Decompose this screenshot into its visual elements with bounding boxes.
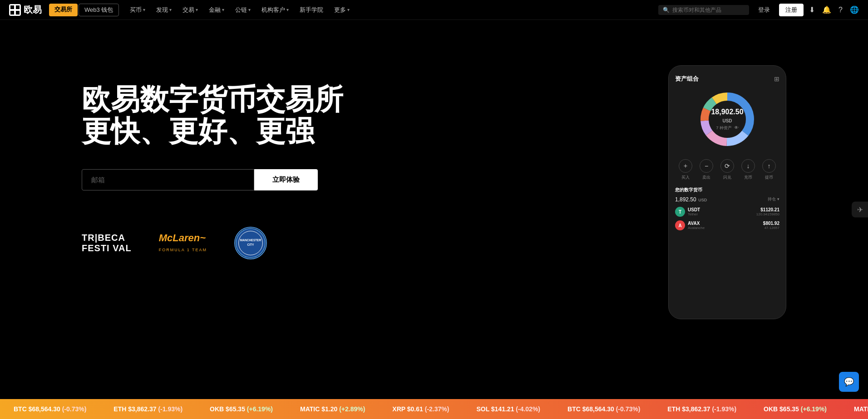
swap-label: 闪兑	[723, 175, 731, 180]
download-icon[interactable]: ⬇	[809, 5, 815, 14]
chat-icon: 💬	[844, 377, 854, 387]
usdt-subname: Tether	[688, 212, 700, 216]
phone-header: 资产组合 ⊞	[675, 75, 779, 83]
phone-total-row: 1,892.50 USD 持仓 ▾	[675, 195, 779, 203]
tab-exchange[interactable]: 交易所	[49, 4, 78, 16]
chevron-down-icon: ▾	[222, 7, 224, 12]
donut-total-amount: 18,902.50 USD	[711, 108, 743, 124]
hero-title: 欧易数字货币交易所 更快、更好、更强	[82, 83, 668, 147]
help-icon[interactable]: ?	[838, 6, 843, 14]
login-button[interactable]: 登录	[755, 4, 774, 16]
phone-action-buy[interactable]: ＋ 买入	[679, 159, 692, 180]
nav-right: 🔍 登录 注册 ⬇ 🔔 ? 🌐	[658, 4, 859, 16]
partner-mancity: MANCHESTER CITY	[234, 227, 267, 259]
chat-button[interactable]: 💬	[839, 372, 859, 392]
deposit-label: 充币	[744, 175, 752, 180]
chevron-down-icon: ▾	[143, 7, 145, 12]
phone-portfolio-title: 资产组合	[675, 75, 699, 83]
phone-settings-icon[interactable]: ⊞	[774, 75, 779, 83]
ticker-matic: MATIC $1.20 (+2.89%)	[300, 405, 365, 413]
chevron-down-icon: ▾	[248, 7, 251, 12]
hero-left: 欧易数字货币交易所 更快、更好、更强 立即体验 TR|BECAFESTI VAL…	[82, 56, 668, 259]
hero-form: 立即体验	[82, 169, 668, 190]
ticker-inner: BTC $68,564.30 (-0.73%) ETH $3,862.37 (-…	[0, 405, 868, 413]
ticker-eth-2: ETH $3,862.37 (-1.93%)	[667, 405, 736, 413]
swap-icon: ⟳	[720, 159, 734, 173]
svg-rect-3	[16, 5, 20, 9]
sidebar-hint: ✈	[852, 202, 868, 218]
nav-item-institutional[interactable]: 机构客户 ▾	[261, 6, 289, 14]
tab-web3[interactable]: Web3 钱包	[79, 4, 119, 16]
nav-item-finance[interactable]: 金融 ▾	[209, 6, 224, 14]
avax-icon: A	[675, 220, 685, 230]
avax-value: $801.92 47.12657	[763, 221, 779, 230]
partner-tribeca: TR|BECAFESTI VAL	[82, 233, 132, 253]
donut-chart: 18,902.50 USD 7 种资产 👁	[695, 88, 759, 151]
nav-item-buy[interactable]: 买币 ▾	[130, 6, 145, 14]
register-button[interactable]: 注册	[779, 4, 804, 16]
ticker-bar: BTC $68,564.30 (-0.73%) ETH $3,862.37 (-…	[0, 399, 868, 419]
chevron-down-icon: ▾	[196, 7, 198, 12]
sell-icon: −	[700, 159, 713, 173]
buy-label: 买入	[681, 175, 690, 180]
buy-icon: ＋	[679, 159, 692, 173]
phone-action-swap[interactable]: ⟳ 闪兑	[720, 159, 734, 180]
usdt-name: USDT	[688, 207, 700, 212]
logo[interactable]: 欧易	[9, 4, 42, 16]
ticker-xrp: XRP $0.61 (-2.37%)	[392, 405, 449, 413]
svg-text:CITY: CITY	[247, 243, 255, 246]
ticker-btc-2: BTC $68,564.30 (-0.73%)	[567, 405, 640, 413]
email-input[interactable]	[82, 169, 254, 190]
nav-item-trade[interactable]: 交易 ▾	[182, 6, 198, 14]
svg-text:MANCHESTER: MANCHESTER	[240, 239, 261, 242]
ticker-okb: OKB $65.35 (+6.19%)	[210, 405, 273, 413]
nav-icons: ⬇ 🔔 ? 🌐	[809, 5, 859, 14]
nav-tabs: 交易所 Web3 钱包	[49, 4, 119, 16]
logo-icon	[9, 4, 21, 16]
deposit-icon: ↓	[741, 159, 755, 173]
nav-item-learn[interactable]: 新手学院	[300, 6, 323, 14]
nav-menu: 买币 ▾ 发现 ▾ 交易 ▾ 金融 ▾ 公链 ▾ 机构客户 ▾ 新手学院 更多 …	[130, 6, 350, 14]
donut-center: 18,902.50 USD 7 种资产 👁	[711, 108, 743, 131]
partners: TR|BECAFESTI VAL McLaren~ FORMULA 1 TEAM…	[82, 227, 668, 259]
language-icon[interactable]: 🌐	[850, 5, 859, 14]
digital-currency-title: 您的数字货币	[675, 187, 779, 193]
chevron-down-icon: ▾	[347, 7, 350, 12]
portfolio-total: 1,892.50 USD	[675, 195, 707, 203]
avax-subname: Avalanche	[688, 226, 705, 230]
phone-portfolio-section: 您的数字货币 1,892.50 USD 持仓 ▾ T USDT Tether	[675, 184, 779, 234]
svg-rect-1	[10, 5, 14, 9]
search-box[interactable]: 🔍	[658, 5, 749, 15]
nav-item-more[interactable]: 更多 ▾	[334, 6, 350, 14]
navbar: 欧易 交易所 Web3 钱包 买币 ▾ 发现 ▾ 交易 ▾ 金融 ▾ 公链 ▾ …	[0, 0, 868, 20]
partner-mclaren: McLaren~ FORMULA 1 TEAM	[159, 232, 207, 253]
ticker-eth: ETH $3,862.37 (-1.93%)	[113, 405, 182, 413]
withdraw-label: 提币	[765, 175, 773, 180]
withdraw-icon: ↑	[762, 159, 776, 173]
search-icon: 🔍	[663, 7, 670, 13]
search-input[interactable]	[672, 7, 745, 13]
usdt-icon: T	[675, 207, 685, 217]
phone-mock: 资产组合 ⊞	[668, 65, 786, 319]
donut-chart-container: 18,902.50 USD 7 种资产 👁	[675, 88, 779, 151]
paper-plane-icon[interactable]: ✈	[857, 205, 863, 214]
avax-name: AVAX	[688, 221, 705, 226]
nav-item-chain[interactable]: 公链 ▾	[235, 6, 251, 14]
cta-button[interactable]: 立即体验	[254, 169, 318, 190]
sell-label: 卖出	[702, 175, 710, 180]
ticker-okb-2: OKB $65.35 (+6.19%)	[764, 405, 827, 413]
nav-item-discover[interactable]: 发现 ▾	[156, 6, 172, 14]
phone-action-sell[interactable]: − 卖出	[700, 159, 713, 180]
hero-section: 欧易数字货币交易所 更快、更好、更强 立即体验 TR|BECAFESTI VAL…	[0, 20, 868, 365]
coin-row-usdt: T USDT Tether $1120.21 120.94159850	[675, 207, 779, 217]
chevron-down-icon: ▾	[286, 7, 289, 12]
usdt-value: $1120.21 120.94159850	[756, 207, 779, 216]
notification-icon[interactable]: 🔔	[822, 5, 831, 14]
phone-action-withdraw[interactable]: ↑ 提币	[762, 159, 776, 180]
phone-action-deposit[interactable]: ↓ 充币	[741, 159, 755, 180]
phone-actions: ＋ 买入 − 卖出 ⟳ 闪兑 ↓ 充币 ↑ 提币	[675, 159, 779, 180]
chevron-down-icon: ▾	[169, 7, 172, 12]
coin-row-avax: A AVAX Avalanche $801.92 47.12657	[675, 220, 779, 230]
ticker-matic-2: MATIC $1.20 (+2.89%)	[854, 405, 868, 413]
logo-text: 欧易	[24, 4, 42, 16]
